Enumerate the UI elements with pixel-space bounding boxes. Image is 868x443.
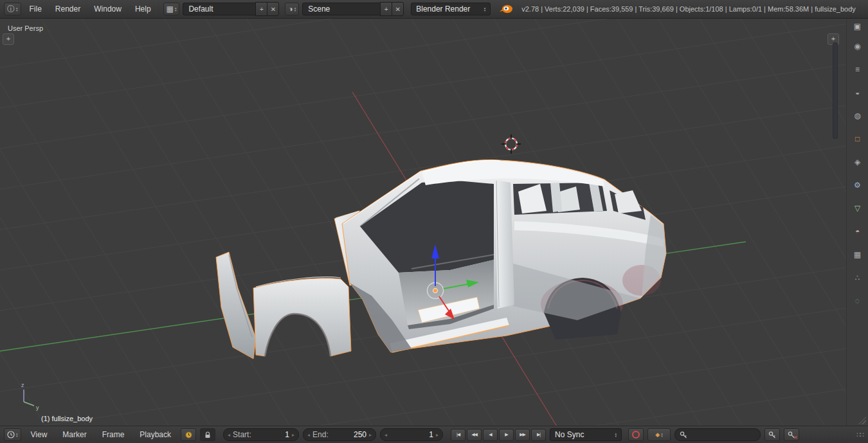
3d-cursor [502, 134, 521, 154]
timeline-menu-view[interactable]: View [25, 430, 53, 439]
play-button[interactable]: ▶ [499, 429, 514, 441]
increment-arrow: ▸ [369, 432, 372, 438]
active-object-label: (1) fullsize_body [41, 415, 93, 422]
tab-modifiers[interactable]: ⚙ [847, 174, 868, 197]
increment-arrow: ▸ [292, 432, 294, 438]
screen-layout-arrows: ▴▾ [175, 6, 177, 12]
car-model[interactable] [216, 160, 666, 359]
timeline-editor-arrows: ▴▾ [16, 432, 18, 437]
blender-window: ⓘ ▴▾ File Render Window Help ▦ ▴▾ Defaul… [0, 0, 868, 443]
timeline-menu-frame[interactable]: Frame [96, 430, 131, 439]
screen-layout-selector-button[interactable]: ▦ ▴▾ [163, 3, 180, 15]
scene-icon: ◑ [288, 5, 293, 14]
info-header: ⓘ ▴▾ File Render Window Help ▦ ▴▾ Defaul… [0, 0, 868, 19]
tab-material[interactable]: ◓ [847, 220, 868, 243]
menu-render[interactable]: Render [50, 5, 86, 14]
editor-type-button[interactable]: ⓘ ▴▾ [4, 3, 21, 15]
viewport-scrollbar[interactable] [833, 42, 838, 139]
current-frame-field[interactable]: ◂ 1 ▸ [380, 428, 443, 441]
screen-layout-name-field[interactable]: Default [183, 3, 256, 15]
render-engine-dropdown[interactable]: Blender Render ▴▾ [411, 3, 491, 15]
scene-statistics: v2.78 | Verts:22,039 | Faces:39,559 | Tr… [521, 5, 856, 13]
use-preview-range-button[interactable] [181, 428, 196, 441]
physics-icon: ◌ [855, 296, 860, 305]
properties-editor-corner-icon[interactable]: ▣ [847, 18, 868, 35]
timeline-menu-playback[interactable]: Playback [134, 430, 177, 439]
key-insert-icon [768, 431, 777, 439]
delete-scene-button[interactable]: ✕ [392, 2, 404, 16]
world-icon: ◍ [854, 111, 860, 120]
constraints-icon: ◈ [854, 158, 860, 167]
add-layout-button[interactable]: + [255, 2, 267, 16]
auto-keyframe-record-button[interactable] [628, 428, 644, 441]
record-icon [632, 431, 640, 438]
insert-keyframes-button[interactable] [764, 428, 780, 441]
jump-prev-keyframe-button[interactable]: ◀◀ [467, 429, 482, 441]
screen-layout-icon: ▦ [167, 5, 174, 14]
preview-range-clock-icon [185, 431, 192, 438]
auto-keying-mode-button[interactable]: ◆ ▴▾ [647, 428, 671, 441]
jump-to-start-button[interactable]: |◀ [451, 429, 466, 441]
modifiers-wrench-icon: ⚙ [854, 181, 861, 190]
timeline-resize-grip[interactable]: ∷∷ [856, 431, 863, 439]
lock-time-cursor-button[interactable] [200, 428, 215, 441]
editor-type-arrows: ▴▾ [16, 6, 18, 12]
mini-axis-z-label: z [21, 382, 24, 388]
3d-viewport[interactable]: z y User Persp (1) fullsize_body + + [0, 18, 847, 426]
keying-mode-arrows: ▴▾ [661, 432, 663, 437]
tab-particles[interactable]: ∴ [847, 266, 868, 289]
menu-help[interactable]: Help [130, 5, 156, 14]
view-name-label: User Persp [8, 24, 43, 32]
active-keying-set-field[interactable] [674, 428, 761, 441]
decrement-arrow: ◂ [307, 432, 310, 438]
screen-layout-group: Default + ✕ [183, 2, 279, 16]
lock-icon [204, 431, 211, 438]
object-origin-dot [433, 289, 438, 293]
delete-layout-button[interactable]: ✕ [267, 2, 279, 16]
viewport-canvas: z y [0, 18, 847, 426]
tab-scene[interactable]: ◒ [847, 81, 868, 104]
decrement-arrow: ◂ [228, 432, 230, 438]
tab-texture[interactable]: ▦ [847, 243, 868, 266]
tab-world[interactable]: ◍ [847, 104, 868, 127]
blender-logo-icon [499, 4, 513, 14]
texture-icon: ▦ [854, 250, 861, 259]
tab-constraints[interactable]: ◈ [847, 150, 868, 174]
menu-window[interactable]: Window [89, 5, 127, 14]
tab-object[interactable]: □ [847, 127, 868, 150]
object-data-icon: ▽ [854, 204, 860, 213]
keyframe-diamond-icon: ◆ [655, 431, 660, 438]
tab-object-data[interactable]: ▽ [847, 197, 868, 220]
particles-icon: ∴ [855, 273, 860, 282]
play-reverse-button[interactable]: ◀ [483, 429, 498, 441]
sync-dropdown-arrows: ▴▾ [615, 432, 617, 437]
render-icon: ◉ [854, 42, 860, 51]
menu-file[interactable]: File [24, 5, 47, 14]
properties-editor-strip: ▣ ◉ ≡ ◒ ◍ □ ◈ ⚙ ▽ ◓ ▦ ∴ ◌ [846, 18, 868, 426]
key-icon [680, 431, 688, 439]
delete-x-icon: ✕ [793, 435, 798, 440]
timeline-editor-type-button[interactable]: ▴▾ [4, 428, 21, 441]
jump-to-end-button[interactable]: ▶| [531, 429, 546, 441]
render-engine-arrows: ▴▾ [484, 6, 486, 12]
scene-name-field[interactable]: Scene [302, 3, 381, 15]
tab-physics[interactable]: ◌ [847, 289, 868, 312]
tab-render[interactable]: ◉ [847, 35, 868, 58]
scene-selector-arrows: ▴▾ [294, 6, 296, 12]
scene-selector-button[interactable]: ◑ ▴▾ [285, 3, 299, 15]
tab-render-layers[interactable]: ≡ [847, 58, 868, 81]
sync-mode-dropdown[interactable]: No Sync ▴▾ [550, 428, 622, 441]
editor-resize-grip[interactable] [858, 417, 866, 424]
timeline-menu-marker[interactable]: Marker [57, 430, 92, 439]
jump-next-keyframe-button[interactable]: ▶▶ [515, 429, 530, 441]
toolshelf-expand-button[interactable]: + [3, 33, 14, 45]
mini-axis-y-label: y [36, 404, 39, 411]
scene-group: Scene + ✕ [302, 2, 404, 16]
delete-keyframes-button[interactable]: ✕ [784, 428, 799, 441]
frame-start-field[interactable]: ◂ Start: 1 ▸ [223, 428, 299, 441]
material-icon: ◓ [855, 227, 860, 236]
increment-arrow: ▸ [436, 432, 439, 438]
render-layers-icon: ≡ [855, 65, 860, 74]
frame-end-field[interactable]: ◂ End: 250 ▸ [303, 428, 376, 441]
add-scene-button[interactable]: + [380, 2, 392, 16]
